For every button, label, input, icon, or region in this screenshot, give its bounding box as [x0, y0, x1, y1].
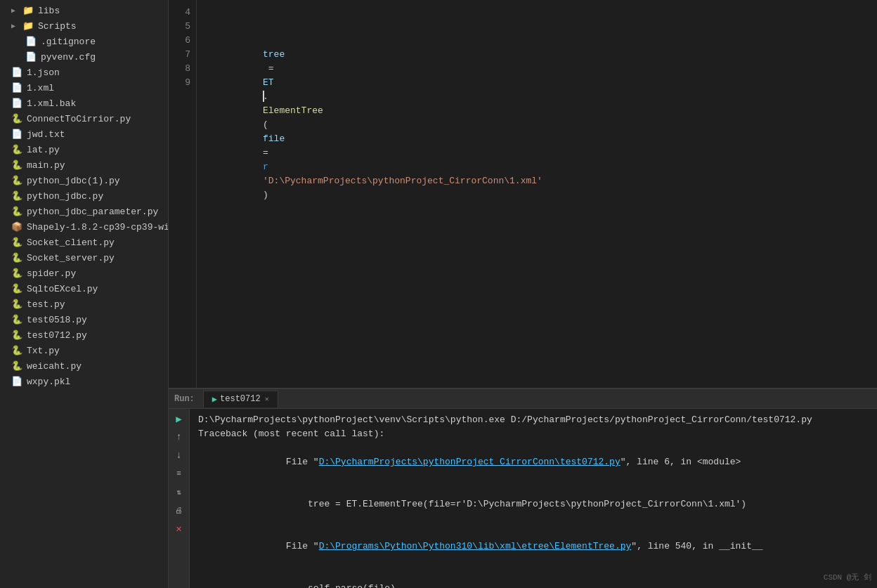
py-file-icon: 🐍 [11, 206, 22, 217]
sidebar-item-sqltoexcel[interactable]: 🐍 SqltoEXcel.py [0, 281, 168, 296]
run-play-button[interactable]: ▶ [172, 412, 186, 426]
run-trace1-code: tree = ET.ElementTree(file=r'D:\PycharmP… [198, 483, 869, 525]
sidebar-item-spider[interactable]: 🐍 spider.py [0, 266, 168, 281]
run-output[interactable]: D:\PycharmProjects\pythonProject\venv\Sc… [190, 409, 877, 588]
sidebar-item-python-jdbc-param[interactable]: 🐍 python_jdbc_parameter.py [0, 204, 168, 219]
run-toolbar: ▶ ↑ ↓ ≡ ⇅ 🖨 ✕ [169, 409, 190, 588]
close-tab-button[interactable]: ✕ [265, 395, 269, 403]
py-file-icon: 🐍 [11, 159, 22, 171]
py-file-icon: 🐍 [11, 345, 22, 356]
sidebar-item-socket-server[interactable]: 🐍 Socket_server.py [0, 250, 168, 266]
folder-icon: 📁 [22, 20, 34, 32]
run-trace1: File "D:\PycharmProjects\pythonProject_C… [198, 441, 869, 483]
sidebar-item-libs[interactable]: ▶ 📁 libs [0, 3, 168, 18]
py-file-icon: 🐍 [11, 360, 22, 372]
run-print-button[interactable]: 🖨 [172, 503, 186, 517]
run-tab-bar: Run: ▶ test0712 ✕ [169, 389, 877, 409]
code-line-4 [208, 6, 866, 20]
sidebar-item-scripts[interactable]: ▶ 📁 Scripts [0, 18, 168, 34]
run-scroll-down-button[interactable]: ↓ [172, 448, 186, 462]
sidebar-item-1json[interactable]: 📄 1.json [0, 65, 168, 80]
run-cmd-line: D:\PycharmProjects\pythonProject\venv\Sc… [198, 413, 869, 427]
watermark: CSDN @无 剑 [824, 572, 871, 582]
arrow-icon: ▶ [11, 6, 20, 15]
file-icon: 📄 [25, 51, 37, 63]
sidebar-item-weicaht[interactable]: 🐍 weicaht.py [0, 358, 168, 374]
file-icon: 📄 [11, 67, 22, 78]
sidebar-item-lat[interactable]: 🐍 lat.py [0, 142, 168, 157]
run-trace2-code: self.parse(file) [198, 568, 869, 588]
sidebar-item-txt[interactable]: 🐍 Txt.py [0, 343, 168, 358]
sidebar-item-jwd[interactable]: 📄 jwd.txt [0, 126, 168, 142]
py-file-icon: 🐍 [11, 268, 22, 279]
sidebar-item-pyvenv[interactable]: 📄 pyvenv.cfg [0, 49, 168, 65]
sidebar-item-test[interactable]: 🐍 test.py [0, 296, 168, 312]
sidebar-item-shapely[interactable]: 📦 Shapely-1.8.2-cp39-cp39-win_amd64.whl [0, 219, 168, 235]
sidebar-item-wxpy[interactable]: 📄 wxpy.pkl [0, 374, 168, 389]
sidebar-item-gitignore[interactable]: 📄 .gitignore [0, 34, 168, 49]
sidebar-item-python-jdbc[interactable]: 🐍 python_jdbc.py [0, 188, 168, 204]
run-body: ▶ ↑ ↓ ≡ ⇅ 🖨 ✕ D:\PycharmProjects\pythonP… [169, 409, 877, 588]
folder-icon: 📁 [22, 5, 34, 16]
code-line-7 [208, 48, 866, 62]
run-scroll-up-button[interactable]: ↑ [172, 430, 186, 444]
run-trace2: File "D:\Programs\Python\Python310\lib\x… [198, 525, 869, 568]
code-line-6: tree = ET . ElementTree ( file = r 'D:\P… [208, 34, 866, 48]
py-file-icon: 🐍 [11, 252, 22, 263]
trace2-link[interactable]: D:\Programs\Python\Python310\lib\xml\etr… [319, 541, 632, 551]
py-file-icon: 🐍 [11, 190, 22, 202]
run-wrap-button[interactable]: ≡ [172, 466, 186, 481]
file-icon: 📄 [25, 36, 37, 47]
py-file-icon: 🐍 [11, 175, 22, 186]
py-file-icon: 🐍 [11, 314, 22, 325]
py-file-icon: 🐍 [11, 144, 22, 155]
line-numbers: 4 5 6 7 8 9 [169, 0, 197, 388]
run-traceback: Traceback (most recent call last): [198, 427, 869, 441]
run-label: Run: [174, 394, 195, 404]
py-file-icon: 🐍 [11, 113, 22, 124]
sidebar-item-1xmlbak[interactable]: 📄 1.xml.bak [0, 96, 168, 111]
arrow-icon: ▶ [11, 22, 20, 30]
sidebar: ▶ 📁 libs ▶ 📁 Scripts 📄 .gitignore 📄 pyve… [0, 0, 169, 588]
editor-content: 4 5 6 7 8 9 tree = ET . ElementTree ( fi… [169, 0, 877, 388]
py-file-icon: 🐍 [11, 329, 22, 341]
sidebar-item-test0518[interactable]: 🐍 test0518.py [0, 312, 168, 327]
sidebar-item-test0712[interactable]: 🐍 test0712.py [0, 327, 168, 343]
sidebar-item-connecttocirrior[interactable]: 🐍 ConnectToCirrior.py [0, 111, 168, 126]
file-icon: 📄 [11, 129, 22, 140]
editor-area: 4 5 6 7 8 9 tree = ET . ElementTree ( fi… [169, 0, 877, 588]
run-compare-button[interactable]: ⇅ [172, 485, 186, 499]
run-panel: Run: ▶ test0712 ✕ ▶ ↑ ↓ ≡ ⇅ 🖨 ✕ [169, 388, 877, 588]
file-icon: 📄 [11, 98, 22, 109]
py-file-icon: 🐍 [11, 237, 22, 248]
sidebar-item-socket-client[interactable]: 🐍 Socket_client.py [0, 235, 168, 250]
code-line-8 [208, 62, 866, 76]
run-stop-button[interactable]: ✕ [172, 521, 186, 535]
sidebar-item-main[interactable]: 🐍 main.py [0, 157, 168, 173]
trace1-link[interactable]: D:\PycharmProjects\pythonProject_CirrorC… [319, 457, 621, 467]
sidebar-item-python-jdbc1[interactable]: 🐍 python_jdbc(1).py [0, 173, 168, 188]
code-line-5 [208, 20, 866, 34]
file-icon: 📦 [11, 221, 22, 233]
sidebar-item-1xml[interactable]: 📄 1.xml [0, 80, 168, 96]
main-area: ▶ 📁 libs ▶ 📁 Scripts 📄 .gitignore 📄 pyve… [0, 0, 877, 588]
run-tab[interactable]: ▶ test0712 ✕ [203, 391, 278, 407]
py-file-icon: 🐍 [11, 299, 22, 310]
code-area[interactable]: tree = ET . ElementTree ( file = r 'D:\P… [197, 0, 877, 388]
file-icon: 📄 [11, 82, 22, 93]
file-icon: 📄 [11, 376, 22, 387]
py-file-icon: 🐍 [11, 283, 22, 294]
code-line-9 [208, 76, 866, 90]
